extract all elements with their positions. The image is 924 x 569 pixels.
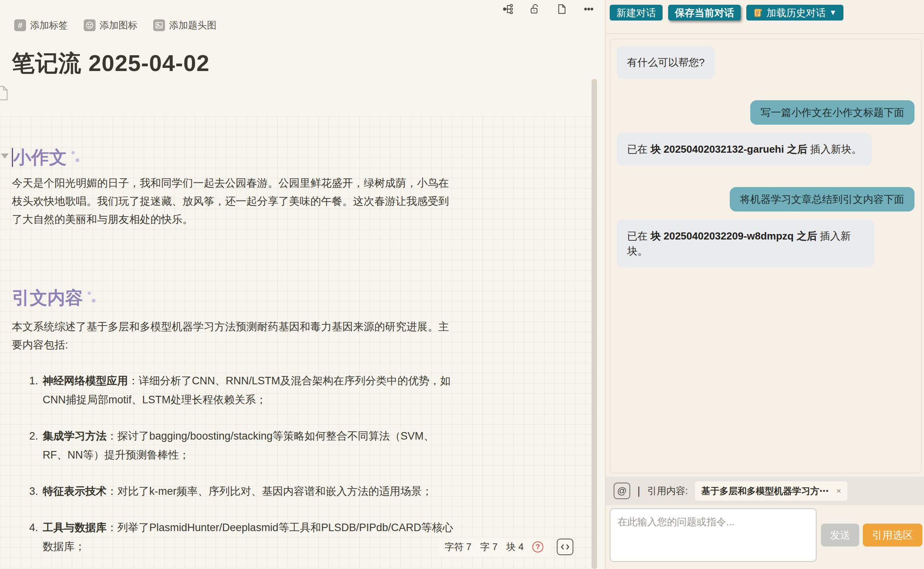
citation-intro-paragraph[interactable]: 本文系统综述了基于多层和多模型机器学习方法预测耐药基因和毒力基因来源的研究进展。… bbox=[12, 318, 454, 354]
message-text: 已在 bbox=[627, 143, 650, 155]
word-count: 字 7 bbox=[480, 541, 498, 553]
add-tag-label: 添加标签 bbox=[30, 19, 68, 32]
editor-topbar bbox=[502, 3, 595, 15]
scroll-icon bbox=[753, 8, 763, 18]
reference-chip-text: 基于多层和多模型机器学习方⋯ bbox=[701, 485, 828, 497]
user-message: 将机器学习文章总结到引文内容下面 bbox=[730, 187, 915, 212]
graph-view-icon[interactable] bbox=[502, 3, 514, 15]
send-button[interactable]: 发送 bbox=[821, 524, 859, 547]
add-banner-button[interactable]: 添加题头图 bbox=[153, 19, 216, 32]
editor-statusbar: 字符 7 字 7 块 4 ? bbox=[438, 537, 573, 556]
load-history-label: 加载历史对话 bbox=[766, 6, 826, 19]
page-title[interactable]: 笔记流 2025-04-02 bbox=[12, 48, 210, 79]
list-number: 3. bbox=[29, 482, 38, 501]
block-id-ref: 块 20250402032132-garuehi 之后 bbox=[650, 143, 807, 155]
mention-at-button[interactable]: @ bbox=[614, 483, 630, 499]
heading-essay[interactable]: 小作文 bbox=[13, 147, 67, 168]
editor-content-area[interactable]: 小作文 今天是个阳光明媚的日子，我和同学们一起去公园春游。公园里鲜花盛开，绿树成… bbox=[0, 116, 592, 569]
list-item[interactable]: 2.集成学习方法：探讨了bagging/boosting/stacking等策略… bbox=[12, 427, 454, 464]
editor-panel: # 添加标签 添加图标 添加题头图 笔记流 2025-04-02 bbox=[0, 0, 605, 569]
load-history-button[interactable]: 加载历史对话 ▼ bbox=[746, 5, 843, 21]
doc-actions: # 添加标签 添加图标 添加题头图 bbox=[14, 19, 216, 32]
add-tag-button[interactable]: # 添加标签 bbox=[14, 19, 68, 32]
emoji-icon bbox=[84, 19, 96, 31]
new-chat-button[interactable]: 新建对话 bbox=[610, 5, 663, 21]
message-text: 已在 bbox=[627, 230, 650, 242]
add-icon-button[interactable]: 添加图标 bbox=[84, 19, 137, 32]
word-count-pill: 字符 7 字 7 块 4 ? bbox=[438, 537, 550, 556]
assistant-message: 已在 块 20250402032132-garuehi 之后 插入新块。 bbox=[617, 133, 872, 166]
reference-label: 引用内容: bbox=[647, 485, 688, 497]
save-chat-button[interactable]: 保存当前对话 bbox=[668, 5, 741, 21]
chat-panel: 新建对话 保存当前对话 加载历史对话 ▼ 有什么可以帮您? 写一篇小作文在小作文… bbox=[606, 0, 924, 569]
more-icon[interactable] bbox=[583, 3, 595, 15]
assistant-message: 已在 块 20250402032209-w8dmpzq 之后 插入新块。 bbox=[617, 219, 874, 268]
hash-icon: # bbox=[14, 19, 26, 31]
editor-scrollbar[interactable] bbox=[592, 79, 597, 569]
reference-chip[interactable]: 基于多层和多模型机器学习方⋯ × bbox=[695, 481, 847, 501]
list-term: 集成学习方法 bbox=[43, 430, 107, 442]
unlock-icon[interactable] bbox=[529, 3, 541, 15]
list-text: ：对比了k-mer频率、序列比对、基因内容谱和嵌入方法的适用场景； bbox=[107, 485, 432, 497]
block-count: 块 4 bbox=[506, 541, 524, 553]
app-window: # 添加标签 添加图标 添加题头图 笔记流 2025-04-02 bbox=[0, 0, 924, 569]
heading-citation[interactable]: 引文内容 bbox=[12, 288, 83, 308]
heading-row-citation: 引文内容 bbox=[12, 288, 454, 308]
code-view-button[interactable] bbox=[557, 539, 573, 555]
assistant-message: 有什么可以帮您? bbox=[617, 46, 715, 79]
document-content: 小作文 今天是个阳光明媚的日子，我和同学们一起去公园春游。公园里鲜花盛开，绿树成… bbox=[0, 116, 454, 569]
close-icon[interactable]: × bbox=[836, 486, 841, 496]
chevron-down-icon: ▼ bbox=[829, 8, 837, 17]
list-term: 特征表示技术 bbox=[43, 485, 107, 497]
list-term: 神经网络模型应用 bbox=[43, 375, 128, 387]
chat-input-row: 发送 引用选区 bbox=[606, 505, 924, 562]
add-banner-label: 添加题头图 bbox=[169, 19, 216, 32]
add-icon-label: 添加图标 bbox=[100, 19, 137, 32]
list-number: 1. bbox=[29, 371, 38, 390]
document-icon bbox=[0, 85, 9, 103]
block-dots-icon bbox=[67, 150, 80, 165]
list-item[interactable]: 4.工具与数据库：列举了PlasmidHunter/Deeplasmid等工具和… bbox=[12, 518, 454, 556]
collapse-arrow-icon[interactable] bbox=[1, 153, 9, 159]
list-item[interactable]: 1.神经网络模型应用：详细分析了CNN、RNN/LSTM及混合架构在序列分类中的… bbox=[12, 371, 454, 409]
message-text: 插入新块。 bbox=[808, 143, 862, 155]
list-number: 2. bbox=[29, 427, 38, 445]
quote-selection-button[interactable]: 引用选区 bbox=[863, 524, 922, 547]
image-icon bbox=[153, 19, 165, 31]
reference-bar: @ | 引用内容: 基于多层和多模型机器学习方⋯ × bbox=[606, 477, 924, 505]
summary-list: 1.神经网络模型应用：详细分析了CNN、RNN/LSTM及混合架构在序列分类中的… bbox=[12, 371, 454, 569]
file-icon[interactable] bbox=[556, 3, 568, 15]
heading-row-essay: 小作文 bbox=[12, 147, 454, 168]
essay-paragraph[interactable]: 今天是个阳光明媚的日子，我和同学们一起去公园春游。公园里鲜花盛开，绿树成荫，小鸟… bbox=[12, 174, 454, 228]
block-dots-icon bbox=[83, 290, 96, 306]
list-term: 工具与数据库 bbox=[43, 522, 107, 533]
chat-toolbar: 新建对话 保存当前对话 加载历史对话 ▼ bbox=[606, 0, 924, 34]
list-number: 4. bbox=[29, 518, 38, 537]
list-item[interactable]: 3.特征表示技术：对比了k-mer频率、序列比对、基因内容谱和嵌入方法的适用场景… bbox=[12, 482, 454, 501]
chat-message-list[interactable]: 有什么可以帮您? 写一篇小作文在小作文标题下面 已在 块 20250402032… bbox=[610, 39, 922, 474]
block-id-ref: 块 20250402032209-w8dmpzq 之后 bbox=[650, 230, 817, 242]
user-message: 写一篇小作文在小作文标题下面 bbox=[750, 100, 915, 125]
help-question-icon[interactable]: ? bbox=[532, 541, 543, 552]
code-icon bbox=[560, 543, 570, 551]
char-count: 字符 7 bbox=[445, 541, 471, 553]
text-cursor bbox=[12, 148, 13, 167]
chat-input[interactable] bbox=[610, 508, 817, 562]
separator: | bbox=[637, 485, 640, 497]
